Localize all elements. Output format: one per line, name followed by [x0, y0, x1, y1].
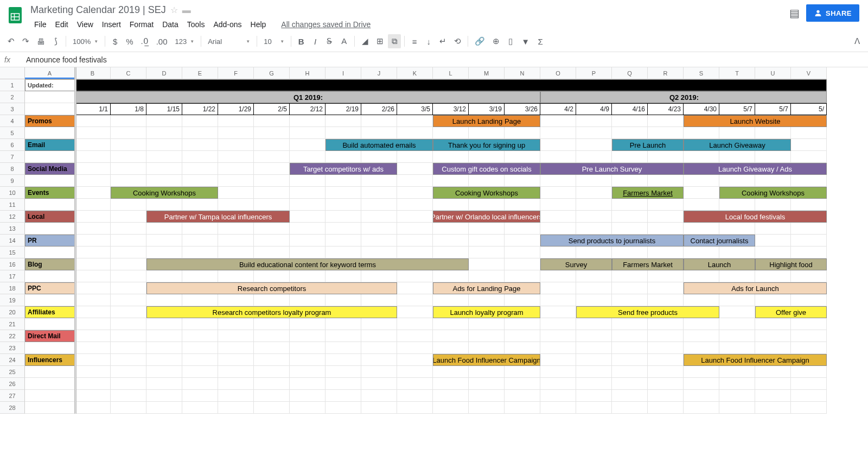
row-header-16[interactable]: 16: [0, 258, 25, 270]
cell-R8C3[interactable]: [111, 163, 146, 175]
italic-button[interactable]: I: [309, 34, 322, 48]
cell-R25C6[interactable]: [218, 366, 254, 378]
row-header-24[interactable]: 24: [0, 354, 25, 366]
cell-A2[interactable]: [25, 91, 75, 103]
cell-R12C9[interactable]: [326, 211, 361, 223]
menu-data[interactable]: Data: [158, 18, 182, 31]
cell-R7C14[interactable]: [505, 151, 540, 163]
cell-R9C17[interactable]: [612, 175, 648, 187]
cell-R22C11[interactable]: [397, 330, 433, 342]
col-header-R[interactable]: R: [648, 67, 684, 79]
cell-R21C3[interactable]: [111, 318, 146, 330]
cell-R13C7[interactable]: [254, 223, 290, 235]
category-1[interactable]: Updated:: [25, 79, 75, 91]
cell-R17C22[interactable]: [791, 270, 827, 282]
cell-R27C8[interactable]: [290, 390, 326, 402]
cell-R9C4[interactable]: [146, 175, 182, 187]
share-button[interactable]: SHARE: [806, 4, 859, 22]
cell-R23C2[interactable]: [75, 342, 111, 354]
cell-R26C16[interactable]: [576, 378, 612, 390]
cell-R4C5[interactable]: [182, 115, 218, 127]
cell-R28C20[interactable]: [719, 402, 755, 414]
cell-R15C13[interactable]: [469, 247, 505, 258]
row-header-12[interactable]: 12: [0, 211, 25, 223]
cell-R13C13[interactable]: [469, 223, 505, 235]
row-header-6[interactable]: 6: [0, 139, 25, 151]
cell-R9C12[interactable]: [433, 175, 469, 187]
cell-R6C16[interactable]: [576, 139, 612, 151]
block-R8C19[interactable]: Launch Giveaway / Ads: [684, 163, 827, 175]
cell-R23C19[interactable]: [684, 342, 719, 354]
cell-A23[interactable]: [25, 342, 75, 354]
cell-R19C18[interactable]: [648, 294, 684, 306]
cell-R4C2[interactable]: [75, 115, 111, 127]
block-R16C15[interactable]: Survey: [540, 258, 612, 270]
cell-R15C20[interactable]: [719, 247, 755, 258]
cell-R14C3[interactable]: [111, 235, 146, 247]
fill-color-button[interactable]: ◢: [358, 34, 372, 48]
cell-R20C20[interactable]: [719, 306, 755, 318]
cell-R22C22[interactable]: [791, 330, 827, 342]
date-2[interactable]: 1/15: [146, 103, 182, 115]
cell-R22C15[interactable]: [540, 330, 576, 342]
cell-R13C17[interactable]: [612, 223, 648, 235]
cell-R19C22[interactable]: [791, 294, 827, 306]
cell-R10C6[interactable]: [218, 187, 254, 199]
cell-R25C7[interactable]: [254, 366, 290, 378]
cell-R7C10[interactable]: [361, 151, 397, 163]
cell-R27C5[interactable]: [182, 390, 218, 402]
cell-R9C10[interactable]: [361, 175, 397, 187]
cell-R24C6[interactable]: [218, 354, 254, 366]
cell-R6C3[interactable]: [111, 139, 146, 151]
cell-R14C11[interactable]: [397, 235, 433, 247]
block-R10C12[interactable]: Cooking Workshops: [433, 187, 540, 199]
cell-R27C4[interactable]: [146, 390, 182, 402]
date-9[interactable]: 3/5: [397, 103, 433, 115]
cell-R22C4[interactable]: [146, 330, 182, 342]
row-header-14[interactable]: 14: [0, 235, 25, 247]
row-header-19[interactable]: 19: [0, 294, 25, 306]
cell-R5C7[interactable]: [254, 127, 290, 139]
cell-R28C3[interactable]: [111, 402, 146, 414]
category-8[interactable]: Social Media: [25, 163, 75, 175]
row-header-21[interactable]: 21: [0, 318, 25, 330]
cell-R15C8[interactable]: [290, 247, 326, 258]
cell-R24C7[interactable]: [254, 354, 290, 366]
row-header-28[interactable]: 28: [0, 402, 25, 414]
cell-R5C9[interactable]: [326, 127, 361, 139]
cell-R25C3[interactable]: [111, 366, 146, 378]
cell-R24C10[interactable]: [361, 354, 397, 366]
block-R10C20[interactable]: Cooking Workshops: [719, 187, 827, 199]
cell-R21C13[interactable]: [469, 318, 505, 330]
cell-R27C14[interactable]: [505, 390, 540, 402]
cell-R26C21[interactable]: [755, 378, 791, 390]
cell-R25C5[interactable]: [182, 366, 218, 378]
dec-decrease-button[interactable]: .0̲: [138, 34, 152, 48]
menu-view[interactable]: View: [73, 18, 97, 31]
cell-R7C12[interactable]: [433, 151, 469, 163]
col-header-H[interactable]: H: [290, 67, 326, 79]
col-header-M[interactable]: M: [469, 67, 505, 79]
cell-R25C13[interactable]: [469, 366, 505, 378]
cell-R15C18[interactable]: [648, 247, 684, 258]
row-header-5[interactable]: 5: [0, 127, 25, 139]
cell-R22C7[interactable]: [254, 330, 290, 342]
cell-R9C8[interactable]: [290, 175, 326, 187]
cell-R27C19[interactable]: [684, 390, 719, 402]
col-header-L[interactable]: L: [433, 67, 469, 79]
cell-R23C21[interactable]: [755, 342, 791, 354]
cell-R28C8[interactable]: [290, 402, 326, 414]
cell-R9C5[interactable]: [182, 175, 218, 187]
row-header-7[interactable]: 7: [0, 151, 25, 163]
block-R12C19[interactable]: Local food festivals: [684, 211, 827, 223]
cell-R21C15[interactable]: [540, 318, 576, 330]
cell-R25C14[interactable]: [505, 366, 540, 378]
cell-R7C5[interactable]: [182, 151, 218, 163]
cell-R18C18[interactable]: [648, 282, 684, 294]
cell-R26C9[interactable]: [326, 378, 361, 390]
cell-R13C14[interactable]: [505, 223, 540, 235]
cell-R10C16[interactable]: [576, 187, 612, 199]
block-R12C4[interactable]: Partner w/ Tampa local influencers: [146, 211, 290, 223]
cell-R4C17[interactable]: [612, 115, 648, 127]
cell-R19C8[interactable]: [290, 294, 326, 306]
